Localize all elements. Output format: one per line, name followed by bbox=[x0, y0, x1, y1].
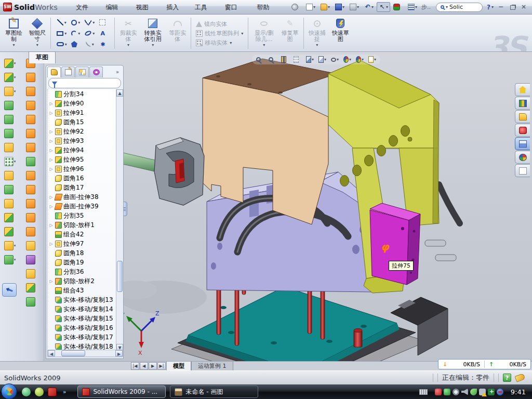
display-delete-relations-button[interactable]: 显示/删除几... ▾ bbox=[250, 16, 278, 51]
surface-untrim-button[interactable]: ▾ bbox=[23, 224, 41, 238]
motion-study-tab[interactable]: 运动算例 1 bbox=[191, 362, 233, 371]
menu-view[interactable]: 视图(V) bbox=[130, 2, 161, 13]
model-tab[interactable]: 模型 bbox=[166, 362, 191, 371]
tree-item[interactable]: ▷ 实体-移动/复制14 bbox=[49, 304, 116, 314]
solidworks-launcher-icon[interactable] bbox=[48, 388, 57, 396]
spline-tool[interactable]: ▾ bbox=[83, 17, 97, 28]
minimize-button[interactable]: − bbox=[497, 4, 505, 11]
surface-offset-button[interactable]: ▾ bbox=[23, 168, 41, 182]
panel-expand-chevron[interactable]: » bbox=[113, 69, 122, 75]
search-input[interactable]: ▾ Solic bbox=[436, 3, 483, 12]
messenger-icon[interactable] bbox=[22, 388, 31, 396]
rectangle-tool[interactable]: ▾ bbox=[55, 28, 69, 39]
scroll-up-arrow[interactable]: ▲ bbox=[116, 89, 123, 97]
save-button[interactable]: ▾ bbox=[333, 2, 347, 12]
tree-item[interactable]: ▷ 切除-放样1 bbox=[49, 220, 116, 230]
scroll-left-arrow[interactable]: ◀ bbox=[48, 350, 55, 356]
shell-button[interactable]: ▾ bbox=[1, 196, 19, 210]
tree-item[interactable]: ▷ 拉伸96 bbox=[49, 164, 116, 174]
sketch-fillet-tool[interactable]: ▾ bbox=[83, 39, 97, 50]
solid-wedge-button[interactable]: ▾ bbox=[23, 281, 41, 295]
appearances-scenes-button[interactable] bbox=[515, 151, 530, 164]
tree-item[interactable]: ▷ 实体-移动/复制15 bbox=[49, 314, 116, 323]
menu-edit[interactable]: 编辑(E) bbox=[100, 2, 130, 13]
sync-tray-icon[interactable] bbox=[497, 389, 503, 395]
tree-item[interactable]: ▷ 拉伸95 bbox=[49, 155, 116, 164]
surface-flatten-button[interactable]: ▾ bbox=[23, 154, 41, 168]
settings-tray-icon[interactable] bbox=[453, 389, 459, 395]
offset-entities-button[interactable]: 等距实体 bbox=[166, 16, 189, 51]
tree-item[interactable]: ▷ 分割35 bbox=[49, 211, 116, 220]
slide-block-magenta[interactable] bbox=[370, 203, 420, 285]
taskbar-paint-button[interactable]: 未命名 - 画图 bbox=[170, 385, 258, 398]
surface-fill-button[interactable]: ▾ bbox=[23, 98, 41, 112]
tree-item[interactable]: ▷ 圆角17 bbox=[49, 183, 116, 192]
tree-item[interactable]: ▷ 圆角15 bbox=[49, 117, 116, 127]
restore-button[interactable] bbox=[508, 4, 516, 11]
keyboard-layout-icon[interactable] bbox=[419, 389, 428, 395]
text-tool[interactable]: A ▾ bbox=[97, 28, 111, 39]
design-library-button[interactable] bbox=[515, 97, 530, 110]
tree-item[interactable]: ▷ 圆角18 bbox=[49, 248, 116, 258]
tree-item[interactable]: ▷ 分割34 bbox=[49, 89, 116, 99]
selection-frame-tool[interactable]: ▾ bbox=[97, 17, 111, 28]
magenta-front-face[interactable] bbox=[370, 210, 409, 285]
scroll-thumb[interactable] bbox=[61, 350, 85, 356]
undo-button[interactable]: ↶ ▾ bbox=[362, 2, 376, 12]
menu-file[interactable]: 文件(F) bbox=[70, 2, 100, 13]
taskbar-solidworks-button[interactable]: SolidWorks 2009 - ... bbox=[77, 385, 166, 398]
menu-help[interactable]: 帮助(H) bbox=[251, 2, 282, 13]
file-explorer-button[interactable] bbox=[515, 110, 530, 123]
expand-arrow-icon[interactable]: ▷ bbox=[49, 139, 54, 143]
security-tray-icon[interactable] bbox=[444, 389, 450, 395]
surface-box-button[interactable]: ▾ bbox=[23, 210, 41, 224]
antivirus-tray-icon[interactable] bbox=[435, 389, 442, 395]
chevron-down-icon[interactable]: ▾ bbox=[446, 5, 448, 9]
surface-elbow-button[interactable]: ▾ bbox=[23, 182, 41, 196]
view-settings-icon[interactable]: ▾ bbox=[294, 56, 301, 63]
featuremanager-tab[interactable] bbox=[47, 66, 61, 77]
expand-arrow-icon[interactable]: ▷ bbox=[49, 167, 54, 171]
tree-item[interactable]: ▷ 实体-移动/复制17 bbox=[49, 332, 116, 342]
rapid-sketch-button[interactable]: 快速草图 bbox=[329, 16, 352, 51]
point-tool[interactable]: ✱ ▾ bbox=[97, 39, 111, 50]
volume-tray-icon[interactable] bbox=[461, 389, 468, 395]
new-document-button[interactable]: ▾ bbox=[304, 2, 317, 12]
tab-sketch[interactable]: 草图 bbox=[29, 51, 56, 63]
boss-cube-button[interactable]: ▾ bbox=[1, 112, 19, 126]
swept-boss-button[interactable]: ▾ bbox=[1, 98, 19, 112]
menu-insert[interactable]: 插入(I) bbox=[161, 2, 189, 13]
surface-delete-button[interactable]: ▾ bbox=[23, 196, 41, 210]
move-copy-body-button[interactable]: ▾ bbox=[1, 224, 19, 238]
chevron-down-icon[interactable]: ▾ bbox=[491, 5, 494, 9]
expand-arrow-icon[interactable]: ▷ bbox=[49, 111, 54, 115]
scroll-thumb[interactable] bbox=[117, 261, 123, 292]
section-view-icon[interactable]: ▾ bbox=[281, 56, 289, 63]
mirror-entities-button[interactable]: 镜向实体 bbox=[196, 20, 243, 28]
reference-geometry-button[interactable]: ▾ bbox=[1, 238, 19, 252]
surface-move-button[interactable]: ▾ bbox=[23, 238, 41, 252]
hide-show-items-icon[interactable]: ▾ bbox=[331, 56, 339, 63]
rib-button[interactable]: ▾ bbox=[1, 168, 19, 182]
wrap-button[interactable]: ▾ bbox=[1, 140, 19, 154]
select-button[interactable]: ↖ ▾ bbox=[377, 2, 390, 12]
extruded-cut-button[interactable]: ▾ bbox=[1, 70, 19, 84]
polygon-tool[interactable]: ▾ bbox=[69, 39, 83, 50]
draft-button[interactable]: ▾ bbox=[1, 182, 19, 196]
expand-arrow-icon[interactable]: ▷ bbox=[49, 204, 54, 209]
configurationmanager-tab[interactable] bbox=[75, 66, 89, 77]
surface-loft-button[interactable]: ▾ bbox=[23, 112, 41, 126]
extruded-boss-button[interactable]: ▾ bbox=[1, 56, 19, 70]
tree-item[interactable]: ▷ 拉伸94 bbox=[49, 145, 116, 155]
lofted-boss-button[interactable]: ▾ bbox=[1, 126, 19, 140]
sketch-button[interactable]: 草图绘制 ▾ bbox=[2, 16, 25, 51]
last-tab-button[interactable]: ▶| bbox=[157, 362, 166, 370]
tree-vertical-scrollbar[interactable]: ▲ ▼ bbox=[116, 89, 123, 351]
quick-tips-button[interactable]: ? bbox=[503, 374, 511, 382]
tree-filter-input[interactable] bbox=[48, 78, 121, 88]
tree-horizontal-scrollbar[interactable]: ◀ ▶ bbox=[47, 350, 123, 357]
arc-tool[interactable]: ▾ bbox=[69, 28, 83, 39]
rebuild-traffic-light-button[interactable]: ▾ bbox=[391, 2, 405, 12]
task-pane-button[interactable] bbox=[515, 137, 530, 150]
move-entities-button[interactable]: 移动实体 ▾ bbox=[196, 39, 243, 47]
